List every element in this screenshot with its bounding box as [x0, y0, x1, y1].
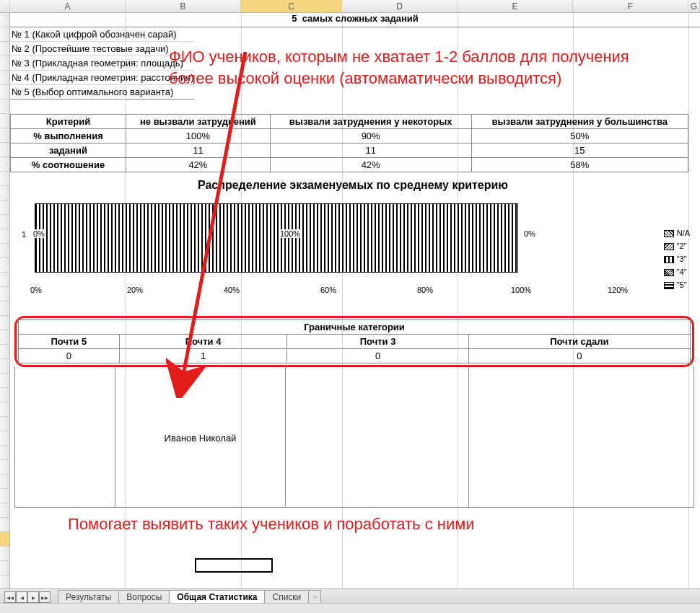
bar-segment — [35, 203, 518, 273]
table-header: вызвали затруднения у некоторых — [270, 115, 471, 129]
col-header[interactable]: A — [10, 0, 126, 12]
sheet-tabs-bar[interactable]: ◂◂ ◂ ▸ ▸▸ Результаты Вопросы Общая Стати… — [0, 588, 700, 603]
chart-legend: N/A "2" "3" "4" "5" — [664, 226, 690, 291]
distribution-chart: Распределение экзаменуемых по среднему к… — [17, 179, 688, 309]
col-header[interactable]: C — [241, 0, 342, 12]
table-header: Критерий — [11, 115, 126, 129]
tab-nav-last-icon[interactable]: ▸▸ — [39, 591, 51, 603]
col-header[interactable]: B — [126, 0, 241, 12]
row-headers[interactable] — [0, 13, 10, 588]
col-header[interactable]: G — [688, 0, 700, 12]
table-header: вызвали затруднения у большинства — [471, 115, 688, 129]
list-item: № 5 (Выбор оптимального варианта) — [10, 85, 194, 100]
list-item: № 1 (Какой цифрой обозначен сарай) — [10, 27, 194, 42]
sheet-tab-active[interactable]: Общая Статистика — [169, 590, 265, 604]
active-cell[interactable] — [195, 558, 273, 573]
boundary-names: Иванов Николай — [14, 366, 694, 508]
hardest-tasks-list: № 1 (Какой цифрой обозначен сарай) № 2 (… — [10, 27, 194, 100]
table-header: не вызвали затруднений — [126, 115, 271, 129]
tab-nav-prev-icon[interactable]: ◂ — [16, 591, 27, 603]
tab-nav-first-icon[interactable]: ◂◂ — [4, 591, 16, 603]
sheet-tab[interactable]: Результаты — [58, 590, 119, 604]
sheet-tab[interactable]: Вопросы — [118, 590, 170, 604]
annotation-callout-2: Помогает выявить таких учеников и порабо… — [68, 515, 475, 534]
tab-nav-next-icon[interactable]: ▸ — [27, 591, 39, 603]
sheet-tab[interactable]: Списки — [264, 590, 309, 604]
list-item: № 4 (Прикладная геометрия: расстояния) — [10, 71, 194, 85]
list-item: № 2 (Простейшие тестовые задачи) — [10, 42, 194, 56]
annotation-callout-1: ФИО учеников, которым не хватает 1-2 бал… — [169, 46, 674, 89]
list-item: № 3 (Прикладная геометрия: площадь) — [10, 56, 194, 71]
horizontal-scrollbar[interactable] — [0, 603, 700, 613]
criteria-table: Критерий не вызвали затруднений вызвали … — [10, 114, 688, 172]
chart-x-axis: 0% 20% 40% 60% 80% 100% 120% — [35, 284, 688, 297]
boundary-title: Граничные категории — [19, 320, 691, 335]
col-header[interactable]: D — [342, 0, 458, 12]
column-headers[interactable]: A B C D E F G — [0, 0, 700, 13]
worksheet-area[interactable]: 5 самых сложных заданий № 1 (Какой цифро… — [10, 13, 700, 588]
col-header[interactable]: F — [573, 0, 688, 12]
boundary-categories: Граничные категории Почти 5 Почти 4 Почт… — [14, 316, 694, 367]
tab-nav-buttons[interactable]: ◂◂ ◂ ▸ ▸▸ — [4, 591, 51, 603]
section-title: 5 самых сложных заданий — [10, 13, 700, 27]
new-sheet-icon[interactable]: ✧ — [308, 590, 321, 604]
chart-title: Распределение экзаменуемых по среднему к… — [17, 179, 688, 192]
student-name: Иванов Николай — [115, 433, 285, 444]
col-header[interactable]: E — [458, 0, 573, 12]
